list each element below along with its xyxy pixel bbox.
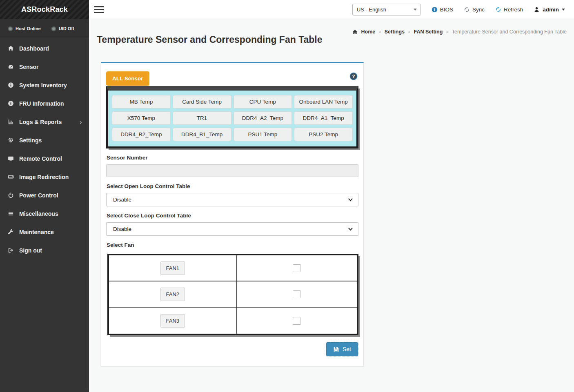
- sidebar-item-fru-information[interactable]: FRU Information: [0, 94, 89, 113]
- info-circle-icon: [432, 7, 438, 13]
- sync-icon: [464, 7, 470, 13]
- breadcrumb-item-settings[interactable]: Settings: [385, 29, 405, 35]
- brand-logo: ASRockRack: [0, 0, 89, 19]
- refresh-label: Refresh: [504, 7, 523, 13]
- sensor-button-ddr4-b1-temp[interactable]: DDR4_B1_Temp: [173, 128, 231, 141]
- sensor-button-ddr4-b2-temp[interactable]: DDR4_B2_Temp: [112, 128, 171, 141]
- gauge-icon: [7, 64, 14, 70]
- chevron-right-icon: [78, 120, 83, 124]
- sensor-button-psu1-temp[interactable]: PSU1 Temp: [234, 128, 292, 141]
- close-loop-label: Select Close Loop Control Table: [107, 213, 358, 219]
- sidebar: ASRockRack Host Online UID Off Dashboard…: [0, 0, 89, 392]
- sync-label: Sync: [472, 7, 485, 13]
- sidebar-item-dashboard[interactable]: Dashboard: [0, 39, 89, 58]
- sensor-button-ddr4-a2-temp[interactable]: DDR4_A2_Temp: [234, 111, 292, 125]
- user-icon: [534, 7, 540, 13]
- fan3-button[interactable]: FAN3: [160, 314, 185, 328]
- sensor-number-label: Sensor Number: [107, 155, 358, 161]
- top-navbar: US - English BIOS Sync Refresh admin: [89, 0, 574, 19]
- sensor-number-input[interactable]: [106, 164, 358, 177]
- sidebar-toggle-icon[interactable]: [89, 0, 108, 19]
- chevron-down-icon: [562, 9, 565, 11]
- sidebar-item-sign-out[interactable]: Sign out: [0, 241, 89, 259]
- main-content: Home > Settings > FAN Setting > Temperat…: [89, 19, 574, 392]
- uid-status-label: UID Off: [59, 26, 74, 31]
- sidebar-item-remote-control[interactable]: Remote Control: [0, 149, 89, 168]
- breadcrumb-separator: >: [408, 29, 410, 34]
- chevron-down-icon: [414, 9, 417, 11]
- open-loop-value: Disable: [113, 197, 131, 203]
- select-fan-label: Select Fan: [107, 242, 358, 248]
- fan2-button[interactable]: FAN2: [160, 288, 185, 301]
- sensor-button-onboard-lan-temp[interactable]: Onboard LAN Temp: [294, 95, 353, 109]
- open-loop-select[interactable]: Disable: [106, 193, 358, 206]
- sidebar-item-miscellaneous[interactable]: Miscellaneous: [0, 204, 89, 223]
- fan-check-cell: [237, 255, 357, 281]
- sensor-button-tr1[interactable]: TR1: [173, 111, 231, 125]
- chevron-down-icon: [347, 226, 354, 232]
- set-button-label: Set: [343, 346, 351, 352]
- breadcrumb-separator: >: [446, 29, 448, 34]
- sync-button[interactable]: Sync: [464, 7, 485, 13]
- sidebar-item-label: Logs & Reports: [19, 119, 78, 125]
- language-value: US - English: [357, 7, 386, 13]
- refresh-button[interactable]: Refresh: [495, 7, 523, 13]
- fan3-checkbox[interactable]: [293, 317, 300, 325]
- sensor-button-card-side-temp[interactable]: Card Side Temp: [173, 95, 231, 109]
- close-loop-select[interactable]: Disable: [106, 222, 358, 236]
- sidebar-item-label: Miscellaneous: [19, 210, 83, 217]
- uid-status-icon: [51, 27, 56, 31]
- user-menu[interactable]: admin: [534, 7, 565, 13]
- sidebar-item-label: Sensor: [19, 64, 83, 70]
- language-select[interactable]: US - English: [352, 4, 421, 16]
- sidebar-item-label: Remote Control: [19, 155, 83, 162]
- sidebar-item-label: Sign out: [19, 247, 83, 254]
- sidebar-item-system-inventory[interactable]: System Inventory: [0, 76, 89, 94]
- sensor-button-psu2-temp[interactable]: PSU2 Temp: [294, 128, 353, 141]
- sidebar-item-settings[interactable]: Settings: [0, 131, 89, 149]
- host-online-status: Host Online: [8, 26, 41, 31]
- sidebar-item-label: FRU Information: [19, 100, 83, 107]
- uid-status: UID Off: [51, 26, 74, 31]
- chevron-down-icon: [347, 197, 354, 203]
- home-icon: [7, 45, 14, 52]
- sidebar-item-image-redirection[interactable]: Image Redirection: [0, 168, 89, 186]
- host-status-icon: [8, 27, 13, 31]
- host-status-bar: Host Online UID Off: [0, 19, 89, 38]
- svg-text:?: ?: [352, 74, 355, 79]
- sidebar-item-power-control[interactable]: Power Control: [0, 186, 89, 204]
- sidebar-item-label: Settings: [19, 137, 83, 144]
- set-button[interactable]: Set: [326, 342, 358, 356]
- sidebar-item-logs-reports[interactable]: Logs & Reports: [0, 113, 89, 131]
- fan1-button[interactable]: FAN1: [160, 261, 185, 275]
- home-icon: [352, 29, 358, 35]
- host-status-label: Host Online: [16, 26, 41, 31]
- all-sensor-tab[interactable]: ALL Sensor: [106, 71, 149, 86]
- brand-name: ASRockRack: [21, 5, 68, 14]
- fan2-checkbox[interactable]: [293, 290, 300, 298]
- power-icon: [7, 192, 14, 199]
- sensor-button-cpu-temp[interactable]: CPU Temp: [234, 95, 292, 109]
- breadcrumb-item-fan-setting[interactable]: FAN Setting: [414, 29, 443, 35]
- monitor-icon: [7, 155, 14, 162]
- breadcrumb-item-home[interactable]: Home: [361, 29, 376, 35]
- bios-label: BIOS: [440, 7, 453, 13]
- fan1-checkbox[interactable]: [293, 264, 300, 272]
- sensor-button-mb-temp[interactable]: MB Temp: [112, 95, 171, 109]
- sensor-button-x570-temp[interactable]: X570 Temp: [112, 111, 171, 125]
- fan-check-cell: [237, 308, 357, 334]
- sidebar-item-maintenance[interactable]: Maintenance: [0, 223, 89, 241]
- actions-row: Set: [106, 342, 358, 356]
- fan-check-cell: [237, 281, 357, 307]
- sidebar-menu: Dashboard Sensor System Inventory FRU In…: [0, 38, 89, 259]
- info-icon: [7, 100, 14, 107]
- help-icon[interactable]: ?: [349, 72, 358, 80]
- drive-icon: [7, 174, 14, 180]
- fan-table-panel: ALL Sensor ? MB Temp Card Side Temp CPU …: [101, 62, 364, 366]
- fan-row: FAN3: [109, 308, 357, 334]
- sensor-button-ddr4-a1-temp[interactable]: DDR4_A1_Temp: [294, 111, 353, 125]
- sidebar-item-sensor[interactable]: Sensor: [0, 58, 89, 76]
- page-title: Temperature Sensor and Corresponding Fan…: [97, 34, 574, 45]
- bios-button[interactable]: BIOS: [432, 7, 453, 13]
- sensor-grid: MB Temp Card Side Temp CPU Temp Onboard …: [106, 86, 358, 148]
